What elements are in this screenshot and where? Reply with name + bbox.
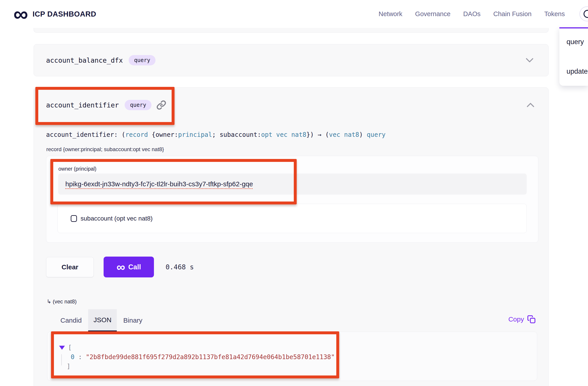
- method-type-dropdown: query update: [559, 27, 588, 86]
- tab-json[interactable]: JSON: [88, 309, 117, 331]
- tab-candid[interactable]: Candid: [61, 309, 82, 331]
- infinity-logo-icon: ∞: [13, 6, 28, 23]
- permalink-icon[interactable]: [156, 100, 166, 110]
- copy-icon: [527, 315, 536, 323]
- json-output-card: [ 0 : "2b8fbde99de881f695f279d2a892b1137…: [47, 332, 537, 381]
- call-button[interactable]: ∞ Call: [104, 257, 154, 277]
- collapse-triangle-icon[interactable]: [59, 346, 65, 350]
- search-icon: [584, 10, 588, 18]
- owner-field-label: owner (principal): [58, 166, 96, 172]
- return-type-label: ↳ (vec nat8): [47, 298, 77, 305]
- chevron-up-icon[interactable]: [526, 103, 535, 108]
- json-index: 0: [71, 353, 75, 361]
- nav-item-network[interactable]: Network: [378, 10, 402, 18]
- clear-button[interactable]: Clear: [46, 257, 94, 277]
- query-badge: query: [125, 100, 151, 110]
- owner-input-value: hpikg-6exdt-jn33w-ndty3-fc7jc-tl2lr-buih…: [65, 180, 253, 188]
- result-tabs: Candid JSON Binary: [61, 309, 142, 331]
- record-type-hint: record {owner:principal; subaccount:opt …: [46, 146, 164, 153]
- json-close-bracket: ]: [67, 362, 335, 371]
- copy-button[interactable]: Copy: [508, 314, 536, 324]
- dropdown-option-query[interactable]: query: [567, 38, 588, 46]
- nav-item-governance[interactable]: Governance: [415, 10, 450, 18]
- method-header[interactable]: account_identifier query: [46, 96, 535, 114]
- brand-name: ICP DASHBOARD: [33, 10, 96, 18]
- method-card-account-identifier: account_identifier query account_identif…: [34, 87, 549, 386]
- json-tree: [ 0 : "2b8fbde99de881f695f279d2a892b1137…: [59, 343, 335, 371]
- dropdown-option-update[interactable]: update: [567, 68, 588, 76]
- subaccount-checkbox[interactable]: [71, 215, 77, 222]
- json-value: "2b8fbde99de881f695f279d2a892b1137bfe81a…: [86, 353, 335, 361]
- copy-label: Copy: [508, 316, 524, 323]
- tab-binary[interactable]: Binary: [123, 309, 142, 331]
- method-name: account_balance_dfx: [46, 56, 123, 64]
- chevron-down-icon[interactable]: [525, 58, 534, 63]
- owner-input[interactable]: hpikg-6exdt-jn33w-ndty3-fc7jc-tl2lr-buih…: [58, 174, 527, 195]
- infinity-call-icon: ∞: [117, 262, 125, 272]
- method-card-account-balance-dfx[interactable]: account_balance_dfx query: [34, 44, 549, 76]
- nav-item-daos[interactable]: DAOs: [463, 10, 480, 18]
- json-open-bracket: [: [68, 343, 72, 352]
- query-badge: query: [129, 55, 155, 65]
- nav-item-tokens[interactable]: Tokens: [544, 10, 565, 18]
- method-name: account_identifier: [46, 101, 119, 109]
- top-header: ∞ ICP DASHBOARD Network Governance DAOs …: [0, 0, 588, 28]
- brand[interactable]: ∞ ICP DASHBOARD: [13, 0, 96, 28]
- subaccount-label: subaccount (opt vec nat8): [81, 215, 153, 222]
- method-signature: account_identifier: (record {owner:princ…: [46, 131, 385, 138]
- action-row: Clear ∞ Call 0.468 s: [46, 257, 194, 277]
- main-nav: Network Governance DAOs Chain Fusion Tok…: [378, 0, 565, 28]
- arguments-panel: owner (principal) hpikg-6exdt-jn33w-ndty…: [46, 156, 538, 243]
- nav-item-chain-fusion[interactable]: Chain Fusion: [493, 10, 532, 18]
- subaccount-field: subaccount (opt vec nat8): [58, 204, 527, 233]
- search-button[interactable]: [580, 6, 588, 21]
- call-duration: 0.468 s: [166, 263, 194, 271]
